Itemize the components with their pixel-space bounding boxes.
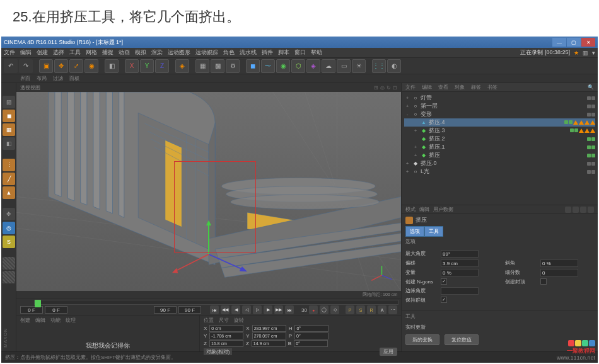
render-settings-button[interactable]: ⚙ <box>226 59 240 73</box>
polygon-mode-button[interactable]: ▲ <box>3 186 15 199</box>
workplane-button[interactable]: ◧ <box>3 137 15 150</box>
attr-tab-user[interactable]: 用户数据 <box>433 206 453 213</box>
autokey-button[interactable]: ◯ <box>320 305 329 314</box>
coord-x-rot[interactable] <box>294 325 329 332</box>
edge-angle-field[interactable] <box>441 287 479 295</box>
cap-checkbox[interactable] <box>540 278 547 285</box>
max-angle-field[interactable] <box>441 250 479 258</box>
star-icon[interactable]: ★ <box>574 50 579 56</box>
param-key-icon[interactable]: A <box>378 305 387 314</box>
minimize-button[interactable]: — <box>552 38 566 47</box>
menu-edit[interactable]: 编辑 <box>20 48 32 57</box>
tree-row[interactable]: ▲挤压.4 <box>404 118 595 127</box>
omtab-bookmarks[interactable]: 书签 <box>487 84 497 91</box>
attr-subtab-tool[interactable]: 工具 <box>424 226 443 237</box>
menu-mesh[interactable]: 网格 <box>86 48 97 57</box>
environment-button[interactable]: ☁ <box>322 59 335 73</box>
tree-row[interactable]: +◆挤压.3 <box>404 127 595 135</box>
camera-button[interactable]: ▭ <box>337 59 351 73</box>
coord-z-rot[interactable] <box>294 340 328 347</box>
time-current[interactable] <box>45 306 67 314</box>
coord-x-size[interactable] <box>252 325 286 332</box>
tag-button[interactable]: ◐ <box>387 59 401 73</box>
goto-start-button[interactable]: ⏮ <box>210 305 219 314</box>
omtab-tags[interactable]: 标签 <box>471 84 481 91</box>
menu-window[interactable]: 窗口 <box>294 48 306 57</box>
make-editable-button[interactable]: ▨ <box>3 96 15 108</box>
rot-key-icon[interactable]: R <box>367 305 376 314</box>
coord-tab-rot[interactable]: 旋转 <box>234 317 244 324</box>
attr-nav-menu-icon[interactable] <box>588 207 594 213</box>
redo-button[interactable]: ↷ <box>19 59 33 73</box>
tree-row[interactable]: +◆挤压 <box>404 151 595 159</box>
goto-end-button[interactable]: ⏭ <box>285 305 294 314</box>
move-button[interactable]: ✥ <box>54 59 68 73</box>
last-tool-button[interactable]: ◧ <box>105 59 119 73</box>
locked-button[interactable] <box>3 257 15 270</box>
coord-z-size[interactable] <box>252 340 286 347</box>
time-end[interactable] <box>154 306 177 314</box>
keyframe-button[interactable]: ◇ <box>330 305 339 314</box>
coord-tab-pos[interactable]: 位置 <box>204 317 214 324</box>
omtab-edit[interactable]: 编辑 <box>422 84 432 91</box>
menu-mograph[interactable]: 运动图形 <box>168 48 190 57</box>
scale-button[interactable]: ⤢ <box>69 59 83 73</box>
preserve-checkbox[interactable] <box>441 297 447 303</box>
light-button[interactable]: ☀ <box>352 59 366 73</box>
time-maxend[interactable] <box>178 306 201 314</box>
object-tree[interactable]: +○灯管+○第一层-○变形▲挤压.4+◆挤压.3◆挤压.2+◆挤压.1+◆挤压+… <box>402 92 598 205</box>
omtab-file[interactable]: 文件 <box>405 84 416 91</box>
mat-tab-create[interactable]: 创建 <box>20 317 30 324</box>
coord-y-size[interactable] <box>252 333 286 339</box>
menu-script[interactable]: 脚本 <box>278 48 289 57</box>
tab-panel[interactable]: 面板 <box>69 75 79 82</box>
menu-file[interactable]: 文件 <box>4 48 15 57</box>
menu-snap[interactable]: 捕捉 <box>102 48 113 57</box>
render-pv-button[interactable]: ▩ <box>211 59 224 73</box>
point-mode-button[interactable]: ⋮ <box>3 159 15 171</box>
coord-mode[interactable]: 对象(相对) <box>204 348 232 355</box>
snap-button[interactable]: S <box>3 236 15 248</box>
tree-row[interactable]: ◆挤压.2 <box>404 135 595 143</box>
close-button[interactable]: ✕ <box>581 38 595 47</box>
rotate-button[interactable]: ◉ <box>84 59 98 73</box>
menu-render[interactable]: 渲染 <box>151 48 163 57</box>
menu-simulate[interactable]: 模拟 <box>135 48 146 57</box>
undo-button[interactable]: ↶ <box>4 59 18 73</box>
coord-y-rot[interactable] <box>294 333 329 339</box>
deformer-button[interactable]: ◈ <box>306 59 320 73</box>
prev-frame-button[interactable]: ◀ <box>231 305 240 314</box>
coord-y-pos[interactable] <box>209 333 243 339</box>
menu-help[interactable]: 帮助 <box>311 48 322 57</box>
tree-row[interactable]: +◆挤压.0 <box>404 159 595 168</box>
attr-tab-edit[interactable]: 编辑 <box>419 206 429 213</box>
attr-nav-up-icon[interactable] <box>580 207 586 213</box>
menu-pipeline[interactable]: 流水线 <box>240 48 257 57</box>
dropdown-icon[interactable]: ▾ <box>592 50 595 56</box>
tab-filter[interactable]: 过滤 <box>53 75 63 82</box>
pla-key-icon[interactable]: ⋯ <box>388 305 397 314</box>
menu-create[interactable]: 创建 <box>37 48 48 57</box>
tree-row[interactable]: +◆挤压.1 <box>404 143 595 151</box>
coord-z-pos[interactable] <box>209 340 243 347</box>
ngons-checkbox[interactable] <box>441 278 447 285</box>
apply-button[interactable]: 新的变换 <box>405 334 439 345</box>
menu-character[interactable]: 角色 <box>223 48 235 57</box>
subdiv-field[interactable] <box>540 269 578 276</box>
attr-nav-next-icon[interactable] <box>573 207 579 213</box>
tree-row[interactable]: +○L光 <box>404 168 595 176</box>
x-axis-button[interactable]: X <box>125 59 139 73</box>
var-field[interactable] <box>441 269 479 276</box>
play-back-button[interactable]: ◁ <box>242 305 251 314</box>
pos-key-icon[interactable]: P <box>346 305 354 314</box>
axis-mode-button[interactable]: ✥ <box>3 208 15 220</box>
mat-tab-tex[interactable]: 纹理 <box>66 317 76 324</box>
edge-mode-button[interactable]: ╱ <box>3 173 15 185</box>
generator-button[interactable]: ⬡ <box>291 59 305 73</box>
model-mode-button[interactable]: ◼ <box>3 110 15 122</box>
render-view-button[interactable]: ▦ <box>195 59 209 73</box>
attr-subtab-options[interactable]: 选项 <box>405 226 424 237</box>
viewport-nav-icons[interactable]: ⊞◎↻⊡ <box>374 85 397 91</box>
offset-field[interactable] <box>441 259 479 267</box>
z-axis-button[interactable]: Z <box>155 59 169 73</box>
